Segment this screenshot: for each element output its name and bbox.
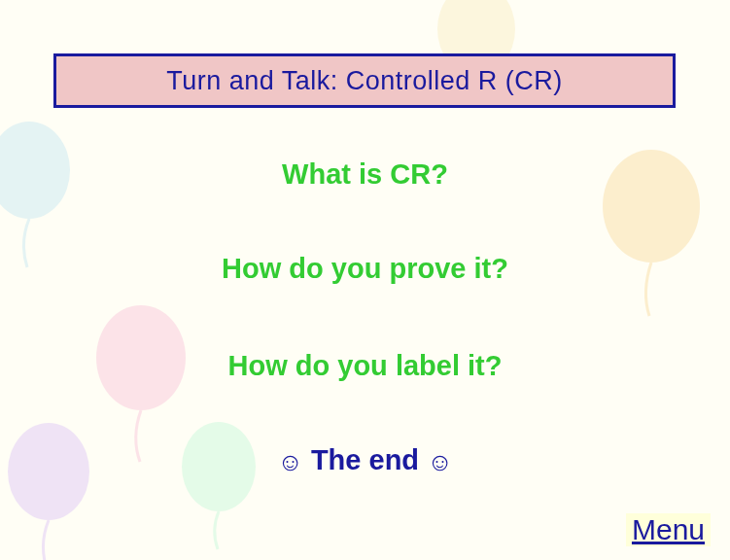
end-text: The end: [303, 444, 427, 475]
smiley-icon: ☺: [277, 447, 303, 477]
question-1: What is CR?: [0, 158, 730, 191]
menu-link[interactable]: Menu: [626, 513, 711, 546]
question-3: How do you label it?: [0, 350, 730, 382]
smiley-icon: ☺: [427, 447, 453, 477]
end-line: ☺ The end ☺: [0, 444, 730, 477]
slide-title: Turn and Talk: Controlled R (CR): [166, 66, 563, 96]
question-2: How do you prove it?: [0, 253, 730, 285]
title-box: Turn and Talk: Controlled R (CR): [53, 53, 676, 108]
